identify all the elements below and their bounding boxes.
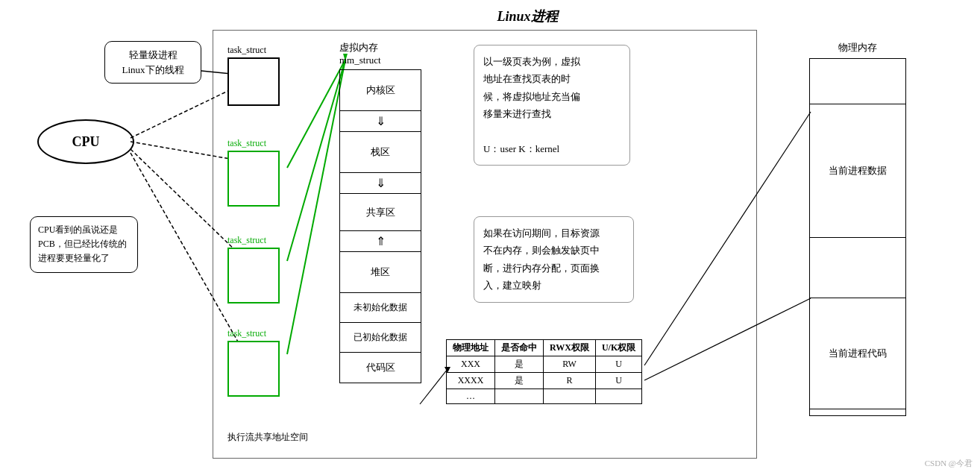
phys-mem-section-data: 当前进程数据 bbox=[810, 104, 905, 238]
page-table-cell-2-3 bbox=[595, 389, 641, 404]
vmem-sec-init: 已初始化数据 bbox=[340, 323, 421, 353]
page-table-cell-1-2: R bbox=[544, 373, 596, 389]
bottom-label: 执行流共享地址空间 bbox=[227, 431, 308, 444]
task-struct-label-2: task_struct bbox=[227, 235, 280, 246]
task-struct-box-2 bbox=[227, 248, 280, 303]
page-table-cell-1-0: XXXX bbox=[447, 373, 495, 389]
info-box-2-text: 如果在访问期间，目标资源不在内存，则会触发缺页中断，进行内存分配，页面换入，建立… bbox=[483, 227, 600, 291]
vmem-sec-arrow3: ⇑ bbox=[340, 231, 421, 252]
bubble-top-line2: Linux下的线程 bbox=[122, 64, 183, 75]
main-title: Linux进程 bbox=[224, 7, 831, 25]
task-struct-area-3: task_struct bbox=[227, 328, 280, 397]
page-table-cell-0-1: 是 bbox=[495, 356, 544, 373]
vmem-sec-arrow2: ⇓ bbox=[340, 173, 421, 194]
page-table-row-1: XXXX 是 R U bbox=[447, 373, 642, 389]
task-struct-area-0: task_struct bbox=[227, 45, 280, 106]
page-table-header-3: U/K权限 bbox=[595, 340, 641, 356]
bubble-top-line1: 轻量级进程 bbox=[129, 49, 178, 60]
page-table-row-0: XXX 是 RW U bbox=[447, 356, 642, 373]
page-table-header-1: 是否命中 bbox=[495, 340, 544, 356]
page-table: 物理地址 是否命中 RWX权限 U/K权限 XXX 是 RW U XXXX 是 … bbox=[446, 339, 642, 404]
vmem-title: 虚拟内存 mm_struct bbox=[339, 41, 421, 66]
phys-mem-section-code: 当前进程代码 bbox=[810, 298, 905, 409]
phys-mem-title: 物理内存 bbox=[809, 41, 906, 54]
phys-mem-area: 物理内存 当前进程数据 当前进程代码 bbox=[809, 41, 906, 416]
bubble-bottom: CPU看到的虽说还是PCB，但已经比传统的进程要更轻量化了 bbox=[30, 216, 138, 273]
page-table-cell-0-3: U bbox=[595, 356, 641, 373]
bubble-bottom-text: CPU看到的虽说还是PCB，但已经比传统的进程要更轻量化了 bbox=[38, 224, 127, 263]
page-table-header-0: 物理地址 bbox=[447, 340, 495, 356]
vmem-sec-code: 代码区 bbox=[340, 353, 421, 383]
vmem-sec-shared: 共享区 bbox=[340, 194, 421, 231]
cpu-ellipse: CPU bbox=[37, 119, 134, 164]
info-box-1-text: 以一级页表为例，虚拟地址在查找页表的时候，将虚拟地址充当偏移量来进行查找U：us… bbox=[483, 56, 580, 154]
phys-mem-box: 当前进程数据 当前进程代码 bbox=[809, 58, 906, 416]
page-table-cell-1-3: U bbox=[595, 373, 641, 389]
page-table-header-2: RWX权限 bbox=[544, 340, 596, 356]
page-table-cell-0-0: XXX bbox=[447, 356, 495, 373]
task-struct-label-1: task_struct bbox=[227, 138, 280, 149]
task-struct-box-0 bbox=[227, 57, 280, 106]
task-struct-box-3 bbox=[227, 341, 280, 397]
info-box-2: 如果在访问期间，目标资源不在内存，则会触发缺页中断，进行内存分配，页面换入，建立… bbox=[474, 216, 634, 303]
vmem-sec-stack: 栈区 bbox=[340, 132, 421, 173]
page-table-cell-1-1: 是 bbox=[495, 373, 544, 389]
page-table-cell-2-1 bbox=[495, 389, 544, 404]
task-struct-area-2: task_struct bbox=[227, 235, 280, 303]
info-box-1: 以一级页表为例，虚拟地址在查找页表的时候，将虚拟地址充当偏移量来进行查找U：us… bbox=[474, 45, 630, 166]
task-struct-label-3: task_struct bbox=[227, 328, 280, 339]
cpu-label: CPU bbox=[72, 134, 100, 150]
page-table-cell-2-0: … bbox=[447, 389, 495, 404]
vmem-sec-kernel: 内核区 bbox=[340, 70, 421, 111]
bubble-top: 轻量级进程 Linux下的线程 bbox=[104, 41, 201, 84]
page-table-cell-0-2: RW bbox=[544, 356, 596, 373]
task-struct-box-1 bbox=[227, 151, 280, 207]
vmem-column: 虚拟内存 mm_struct 内核区 ⇓ 栈区 ⇓ 共享区 ⇑ 堆区 未初始化数… bbox=[339, 41, 421, 383]
vmem-sec-arrow1: ⇓ bbox=[340, 111, 421, 132]
task-struct-area-1: task_struct bbox=[227, 138, 280, 207]
vmem-sec-uninit: 未初始化数据 bbox=[340, 293, 421, 323]
task-struct-label-0: task_struct bbox=[227, 45, 280, 56]
page-table-row-2: … bbox=[447, 389, 642, 404]
watermark: CSDN @今君 bbox=[925, 458, 973, 469]
page-table-cell-2-2 bbox=[544, 389, 596, 404]
vmem-sec-heap: 堆区 bbox=[340, 252, 421, 293]
vmem-box: 内核区 ⇓ 栈区 ⇓ 共享区 ⇑ 堆区 未初始化数据 已初始化数据 代码区 bbox=[339, 69, 421, 383]
